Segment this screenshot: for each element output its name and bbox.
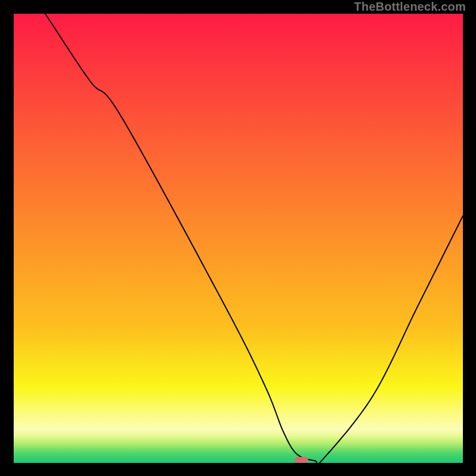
bottleneck-curve <box>14 14 463 463</box>
chart-frame: TheBottleneck.com <box>0 0 476 476</box>
watermark-text: TheBottleneck.com <box>354 0 466 14</box>
selection-marker <box>295 457 308 463</box>
plot-region <box>14 14 463 463</box>
curve-layer <box>14 14 463 463</box>
